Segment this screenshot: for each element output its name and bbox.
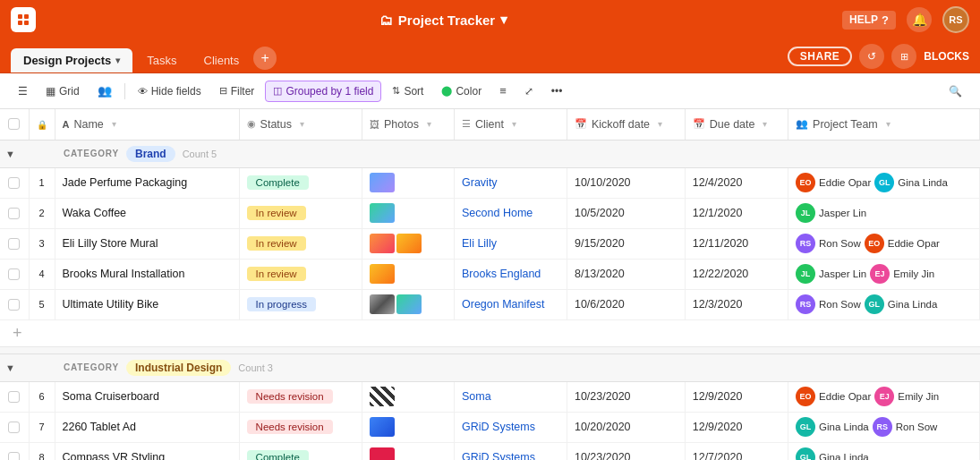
row-checkbox[interactable] (8, 422, 20, 433)
row-kickoff[interactable]: 10/23/2020 (567, 381, 685, 412)
category-chevron-industrial[interactable]: ▼ (5, 362, 15, 373)
row-name[interactable]: Jade Perfume Packaging (55, 167, 239, 198)
row-team[interactable]: EOEddie OparEJEmily Jin (788, 381, 980, 412)
row-client[interactable]: Gravity (455, 167, 567, 198)
row-kickoff[interactable]: 10/23/2020 (567, 442, 685, 460)
row-kickoff[interactable]: 8/13/2020 (567, 259, 685, 289)
project-title-dropdown-icon[interactable]: ▾ (500, 12, 507, 28)
category-toggle-cell[interactable]: ▼ (0, 354, 55, 381)
table-row[interactable]: 6 Soma Cruiserboard Needs revision Soma … (0, 381, 980, 412)
row-status[interactable]: In review (239, 228, 362, 259)
row-checkbox[interactable] (8, 299, 20, 311)
row-client[interactable]: GRiD Systems (455, 442, 567, 460)
row-due[interactable]: 12/4/2020 (685, 167, 788, 198)
col-due[interactable]: 📅 Due date ▾ (685, 109, 788, 140)
row-client[interactable]: GRiD Systems (455, 412, 567, 442)
row-status[interactable]: Complete (239, 442, 362, 460)
row-height-button[interactable]: ≡ (492, 81, 514, 101)
col-kickoff[interactable]: 📅 Kickoff date ▾ (567, 109, 685, 140)
row-client[interactable]: Eli Lilly (455, 228, 567, 259)
table-row[interactable]: 1 Jade Perfume Packaging Complete Gravit… (0, 167, 980, 198)
row-status[interactable]: In progress (239, 289, 362, 319)
row-due[interactable]: 12/11/2020 (685, 228, 788, 259)
row-status[interactable]: Complete (239, 167, 362, 198)
help-button[interactable]: HELP ? (842, 11, 896, 30)
row-checkbox[interactable] (8, 208, 20, 219)
col-status[interactable]: ◉ Status ▾ (239, 109, 362, 140)
table-row[interactable]: 3 Eli Lilly Store Mural In review Eli Li… (0, 228, 980, 259)
more-options-button[interactable]: ••• (544, 81, 570, 101)
col-team[interactable]: 👥 Project Team ▾ (788, 109, 980, 140)
table-row[interactable]: 8 Compass VR Styling Complete GRiD Syste… (0, 442, 980, 460)
grouped-button[interactable]: ◫ Grouped by 1 field (265, 81, 381, 102)
row-photos[interactable] (362, 167, 454, 198)
row-team[interactable]: RSRon SowGLGina Linda (788, 289, 980, 319)
row-checkbox[interactable] (8, 238, 20, 250)
row-checkbox[interactable] (8, 177, 20, 189)
row-photos[interactable] (362, 198, 454, 228)
group-view-button[interactable]: 👥 (90, 81, 119, 101)
row-checkbox-cell[interactable] (0, 198, 29, 228)
row-checkbox-cell[interactable] (0, 381, 29, 412)
row-status[interactable]: In review (239, 259, 362, 289)
row-checkbox-cell[interactable] (0, 442, 29, 460)
row-photos[interactable] (362, 259, 454, 289)
row-name[interactable]: Eli Lilly Store Mural (55, 228, 239, 259)
row-photos[interactable] (362, 289, 454, 319)
table-row[interactable]: 7 2260 Tablet Ad Needs revision GRiD Sys… (0, 412, 980, 442)
row-name[interactable]: Ultimate Utility Bike (55, 289, 239, 319)
row-photos[interactable] (362, 442, 454, 460)
row-checkbox[interactable] (8, 452, 20, 461)
tab-clients[interactable]: Clients (192, 48, 252, 72)
add-row-cell-brand[interactable]: + (0, 319, 980, 346)
row-due[interactable]: 12/3/2020 (685, 289, 788, 319)
table-row[interactable]: 5 Ultimate Utility Bike In progress Oreg… (0, 289, 980, 319)
row-checkbox-cell[interactable] (0, 228, 29, 259)
sort-button[interactable]: ⇅ Sort (385, 81, 430, 101)
row-checkbox[interactable] (8, 391, 20, 403)
row-name[interactable]: Soma Cruiserboard (55, 381, 239, 412)
row-checkbox-cell[interactable] (0, 412, 29, 442)
row-checkbox[interactable] (8, 268, 20, 280)
col-client[interactable]: ☰ Client ▾ (455, 109, 567, 140)
row-status[interactable]: Needs revision (239, 412, 362, 442)
notifications-icon[interactable]: 🔔 (907, 7, 932, 32)
tab-tasks[interactable]: Tasks (134, 48, 189, 72)
view-toggle-button[interactable]: ☰ (11, 81, 35, 101)
row-kickoff[interactable]: 10/20/2020 (567, 412, 685, 442)
row-status[interactable]: Needs revision (239, 381, 362, 412)
hide-fields-button[interactable]: 👁 Hide fields (131, 81, 209, 101)
row-due[interactable]: 12/9/2020 (685, 412, 788, 442)
row-client[interactable]: Oregon Manifest (455, 289, 567, 319)
grid-view-button[interactable]: ▦ Grid (38, 81, 87, 101)
row-due[interactable]: 12/7/2020 (685, 442, 788, 460)
category-tag-brand[interactable]: Brand (126, 146, 175, 162)
col-name[interactable]: A Name ▾ (55, 109, 239, 140)
tab-design-projects-dropdown[interactable]: ▾ (115, 55, 120, 65)
user-avatar[interactable]: RS (942, 6, 969, 33)
row-name[interactable]: Compass VR Styling (55, 442, 239, 460)
row-due[interactable]: 12/22/2020 (685, 259, 788, 289)
row-kickoff[interactable]: 10/10/2020 (567, 167, 685, 198)
col-photos[interactable]: 🖼 Photos ▾ (362, 109, 454, 140)
row-kickoff[interactable]: 10/5/2020 (567, 198, 685, 228)
row-team[interactable]: JLJasper LinEJEmily Jin (788, 259, 980, 289)
row-team[interactable]: GLGina Linda (788, 442, 980, 460)
row-kickoff[interactable]: 9/15/2020 (567, 228, 685, 259)
search-button[interactable]: 🔍 (942, 81, 969, 101)
row-team[interactable]: GLGina LindaRSRon Sow (788, 412, 980, 442)
table-row[interactable]: 2 Waka Coffee In review Second Home 10/5… (0, 198, 980, 228)
row-client[interactable]: Brooks England (455, 259, 567, 289)
row-photos[interactable] (362, 381, 454, 412)
blocks-icon[interactable]: ⊞ (891, 44, 916, 69)
row-name[interactable]: Brooks Mural Installation (55, 259, 239, 289)
add-row-brand[interactable]: + (0, 319, 980, 346)
history-icon[interactable]: ↺ (859, 44, 884, 69)
share-button[interactable]: SHARE (788, 47, 853, 66)
header-checkbox[interactable] (8, 118, 20, 130)
row-client[interactable]: Soma (455, 381, 567, 412)
row-name[interactable]: Waka Coffee (55, 198, 239, 228)
color-button[interactable]: ⬤ Color (434, 81, 489, 101)
row-team[interactable]: EOEddie OparGLGina Linda (788, 167, 980, 198)
expand-button[interactable]: ⤢ (517, 81, 541, 101)
